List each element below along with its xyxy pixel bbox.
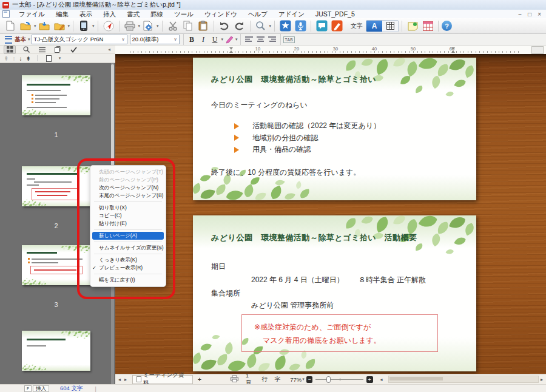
check-pages-icon[interactable] [68,46,79,53]
mode-toggle: A [366,20,399,32]
zoom-level[interactable]: 77% [290,376,302,383]
collapse-panel-icon[interactable]: ◂ [108,47,115,52]
menu-file[interactable]: ファイル [13,10,50,18]
horizontal-scrollbar[interactable] [388,376,539,383]
paste-icon[interactable] [196,19,211,33]
redo-icon[interactable] [232,19,247,33]
right-margin-marker[interactable] [451,47,456,53]
italic-button[interactable]: I [198,35,209,44]
menu-view[interactable]: 表示 [74,10,98,18]
print-icon[interactable] [123,19,137,33]
save-icon[interactable] [37,19,52,33]
jump-last-page-icon[interactable]: ⇟ [25,55,30,62]
font-size-select[interactable]: 20.0(標準)∨ [130,35,180,44]
align-left-button[interactable] [243,35,255,44]
page-layout-icon[interactable] [52,46,63,53]
new-document-icon[interactable] [3,19,18,33]
char-mode-button[interactable]: A [366,21,382,32]
page-thumbnail-1[interactable] [22,75,90,115]
tab-scroll-left-icon[interactable]: ◂ [116,377,123,382]
chat-icon[interactable] [314,19,329,33]
align-center-button[interactable] [255,35,266,44]
menu-insert[interactable]: 挿入 [98,10,121,18]
sheet-tab[interactable]: ミーティング資料 [132,375,193,384]
search-dropdown-icon[interactable]: ▾ [269,24,272,29]
hscroll-right-icon[interactable]: ▸ [539,377,545,382]
restore-icon[interactable]: □ [528,11,531,18]
undo-icon[interactable] [217,19,232,33]
print-settings-icon[interactable] [141,19,155,33]
menu-edit[interactable]: 編集 [50,10,74,18]
page-options-dropdown-icon[interactable]: ▾ [59,56,61,61]
menu-addin[interactable]: アドイン [273,10,310,18]
column-position-indicator: 字 [275,376,281,384]
tab-scroll-right-icon[interactable]: ▸ [123,377,129,382]
add-sheet-button[interactable]: ＋ [193,376,206,384]
style-preset-label[interactable]: 基本 [15,36,26,44]
menu-window[interactable]: ウィンドウ [199,10,243,18]
hscroll-left-icon[interactable]: ◂ [379,377,385,382]
page-search-icon[interactable] [21,46,32,53]
open-dropdown-icon[interactable]: ▾ [34,24,36,29]
navigation-icon[interactable] [101,19,116,33]
close-icon[interactable]: × [538,11,541,18]
horizontal-ruler[interactable]: 10 20 30 40 50 60 [115,46,546,55]
marker-button[interactable] [223,35,235,44]
app-icon [2,2,9,8]
layout-grid-icon[interactable] [420,19,435,33]
menu-tools[interactable]: ツール [169,10,199,18]
addon-icon[interactable] [278,19,292,33]
cut-icon[interactable] [166,19,180,33]
zoom-dropdown-icon[interactable]: ▾ [302,377,305,382]
menu-help[interactable]: ヘルプ [243,10,273,18]
zoom-slider[interactable] [315,376,363,383]
menu-just-pdf[interactable]: JUST_PDF_5 [310,10,360,18]
marker-dropdown-icon[interactable]: ▾ [235,37,238,42]
ruler-tick: 10 [255,46,260,52]
align-right-button[interactable] [266,35,278,44]
mobile-dropdown-icon[interactable]: ▾ [92,24,95,29]
zoom-slider-handle[interactable] [326,376,331,383]
open-folder-icon[interactable] [18,19,33,33]
jump-prev-page-icon: ↑ [12,55,15,62]
menu-format[interactable]: 書式 [121,10,145,18]
thumbnail-view-icon[interactable] [4,46,16,54]
menu-ruled-line[interactable]: 罫線 [145,10,169,18]
zoom-out-button[interactable]: − [306,376,313,383]
print-preview-icon[interactable] [231,376,238,384]
save-as-icon[interactable] [52,19,67,33]
print-settings-dropdown-icon[interactable]: ▾ [157,24,159,29]
help-icon[interactable]: ? [442,21,452,31]
minimize-icon[interactable]: − [518,11,522,18]
jump-next-page-icon[interactable]: ↓ [19,55,22,62]
page-thumbnail-4[interactable] [22,331,90,371]
print-dropdown-icon[interactable]: ▾ [138,24,141,29]
preset-dropdown-icon[interactable]: ▾ [28,37,30,42]
page-options-icon[interactable] [44,55,55,62]
page2-place-value: みどり公園 管理事務所前 [251,300,334,311]
ruler-end-button[interactable] [531,46,544,54]
ruler-tick: 40 [372,46,377,52]
bullet-item: 活動範囲の確認（2022 年は変更あり） [234,120,380,132]
list-view-icon[interactable] [36,46,47,53]
pen-tool-icon[interactable] [329,19,344,33]
document-page-2[interactable]: みどり公園 環境整備活動～除草とゴミ拾い 活動概要 期日 2022 年 6 月 … [193,215,476,371]
grid-mode-button[interactable] [382,21,398,32]
mic-icon[interactable] [293,19,308,33]
tab-ruler-button[interactable]: TAB [283,36,295,43]
document-icon[interactable] [2,10,10,18]
toolbar-menu-icon[interactable] [5,36,12,44]
zoom-in-button[interactable]: ＋ [366,376,373,383]
sticky-note-icon[interactable] [405,19,420,33]
copy-icon[interactable] [181,19,195,33]
search-icon[interactable] [254,19,268,33]
insert-mode-indicator[interactable]: 挿入 [33,385,49,392]
bold-button[interactable]: B [186,35,198,44]
save-as-dropdown-icon[interactable]: ▾ [68,24,70,29]
jump-first-page-icon: ⇞ [4,55,8,62]
document-page-1[interactable]: みどり公園 環境整備活動～除草とゴミ拾い 今日のミーティングのねらい 活動範囲の… [193,58,476,200]
font-family-select[interactable]: TJ-凸版文久ゴシック Pr6N∨ [32,35,127,44]
underline-button[interactable]: U [209,35,221,44]
left-margin-marker[interactable] [229,47,234,53]
mobile-view-icon[interactable] [76,19,91,33]
